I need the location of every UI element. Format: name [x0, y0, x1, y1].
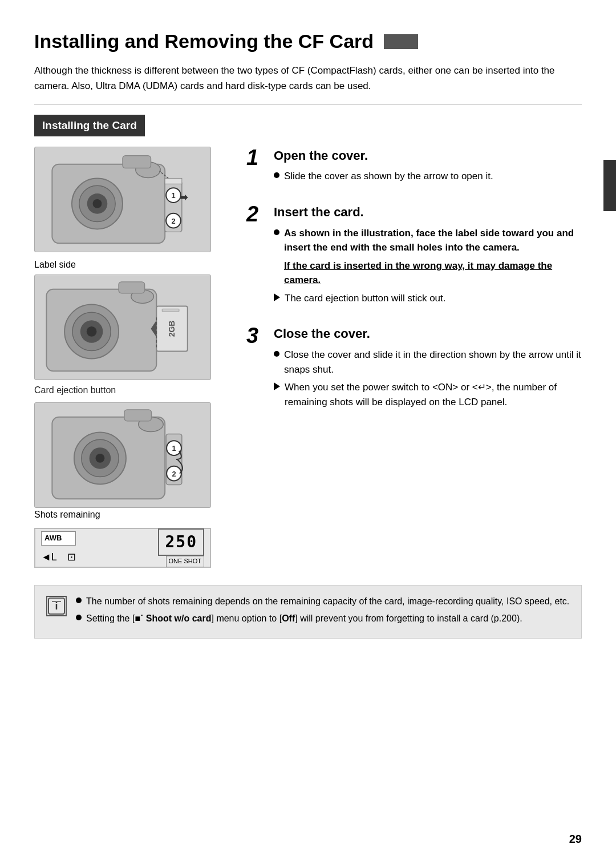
step-1-bullet-1-text: Slide the cover as shown by the arrow to… [284, 169, 493, 184]
lcd-panel: AWB ◄L ⊡ 250 ONE SHOT [34, 528, 211, 568]
note-bullet-1 [76, 597, 82, 603]
step-1-content: Open the cover. Slide the cover as shown… [274, 147, 582, 187]
title-text: Installing and Removing the CF Card [34, 27, 374, 55]
lcd-number: 250 [158, 528, 204, 556]
lcd-left-block: AWB ◄L ⊡ [41, 531, 76, 564]
step-3-title: Close the cover. [274, 325, 582, 343]
step-1-number: 1 [246, 147, 268, 168]
svg-rect-13 [165, 178, 182, 184]
svg-text:2: 2 [171, 216, 175, 225]
svg-text:1: 1 [171, 191, 175, 200]
card-ejection-caption: Card ejection button [34, 383, 228, 397]
lcd-right-block: 250 ONE SHOT [158, 528, 204, 568]
section-header: Installing the Card [34, 115, 145, 136]
step-1-bullet-1: Slide the cover as shown by the arrow to… [274, 169, 582, 184]
svg-point-4 [93, 199, 102, 208]
step-3-number: 3 [246, 325, 268, 346]
shots-remaining-caption: Shots remaining [34, 508, 228, 521]
svg-rect-6 [123, 155, 151, 168]
step-3-bullet-1-text: Close the cover and slide it in the dire… [284, 348, 582, 377]
title-decoration [384, 34, 418, 49]
label-side-text: Label side [34, 258, 76, 271]
bullet-circle-icon-2 [274, 229, 279, 235]
note-item-2: Setting the [■˙ Shoot w/o card] menu opt… [76, 612, 570, 625]
card-insertion-image: 2GB [34, 274, 211, 380]
warning-text: If the card is inserted in the wrong way… [284, 260, 552, 286]
step-2-bullet-2-text: The card ejection button will stick out. [285, 291, 446, 306]
page-number: 29 [569, 831, 582, 847]
step-3-bullets: Close the cover and slide it in the dire… [274, 348, 582, 409]
lcd-awb: AWB [41, 531, 76, 546]
note-item-1: The number of shots remaining depends on… [76, 595, 570, 608]
svg-rect-26 [162, 309, 179, 312]
bullet-triangle-icon-2 [274, 382, 280, 390]
note-icon: i [46, 596, 67, 616]
svg-text:i: i [55, 600, 58, 612]
page-title: Installing and Removing the CF Card [34, 27, 582, 55]
step-2-bullets: As shown in the illustration, face the l… [274, 226, 582, 306]
camera-close-image: 1 2 [34, 402, 211, 508]
step-1: 1 Open the cover. Slide the cover as sho… [246, 147, 582, 187]
step-2-warning: If the card is inserted in the wrong way… [284, 259, 582, 288]
note-box: i The number of shots remaining depends … [34, 585, 582, 639]
note-bullet-2 [76, 615, 82, 620]
label-side-caption: Label side [34, 258, 228, 271]
step-3: 3 Close the cover. Close the cover and s… [246, 325, 582, 413]
bullet-circle-icon [274, 172, 279, 178]
step-2: 2 Insert the card. As shown in the illus… [246, 203, 582, 309]
intro-text: Although the thickness is different betw… [34, 63, 582, 94]
right-column: 1 Open the cover. Slide the cover as sho… [228, 147, 582, 429]
step-2-title: Insert the card. [274, 203, 582, 221]
bullet-circle-icon-3 [274, 351, 279, 357]
step-3-bullet-1: Close the cover and slide it in the dire… [274, 348, 582, 377]
lcd-oneshot: ONE SHOT [166, 556, 204, 567]
svg-text:2GB: 2GB [167, 320, 176, 336]
camera-cover-image: ➡ 2 1 [34, 147, 211, 252]
lcd-spacer [59, 550, 65, 564]
step-3-content: Close the cover. Close the cover and sli… [274, 325, 582, 413]
step-3-bullet-2: When you set the power switch to <ON> or… [274, 380, 582, 409]
bullet-triangle-icon [274, 293, 280, 301]
step-2-bullet-1-text: As shown in the illustration, face the l… [284, 226, 582, 255]
step-3-bullet-2-text: When you set the power switch to <ON> or… [285, 380, 582, 409]
step-2-number: 2 [246, 203, 268, 225]
svg-point-19 [87, 326, 97, 337]
lcd-mode-row: ◄L ⊡ [41, 550, 76, 564]
lcd-rec-icon: ⊡ [67, 550, 76, 564]
svg-text:1: 1 [172, 444, 176, 453]
step-2-bullet-1: As shown in the illustration, face the l… [274, 226, 582, 255]
svg-text:2: 2 [172, 470, 176, 478]
note-content: The number of shots remaining depends on… [76, 595, 570, 629]
step-2-bullet-2: The card ejection button will stick out. [274, 291, 582, 306]
svg-point-31 [96, 454, 105, 463]
step-1-title: Open the cover. [274, 147, 582, 165]
section-divider [34, 104, 582, 104]
step-1-bullets: Slide the cover as shown by the arrow to… [274, 169, 582, 184]
step-2-content: Insert the card. As shown in the illustr… [274, 203, 582, 309]
svg-rect-33 [124, 410, 151, 421]
note-list: The number of shots remaining depends on… [76, 595, 570, 625]
right-tab [603, 160, 616, 211]
note-item-2-text: Setting the [■˙ Shoot w/o card] menu opt… [86, 612, 522, 625]
svg-rect-21 [119, 282, 145, 293]
lcd-mode-icon: ◄L [41, 550, 57, 564]
main-layout: ➡ 2 1 Label side [34, 147, 582, 568]
left-column: ➡ 2 1 Label side [34, 147, 228, 568]
note-item-1-text: The number of shots remaining depends on… [86, 595, 569, 608]
